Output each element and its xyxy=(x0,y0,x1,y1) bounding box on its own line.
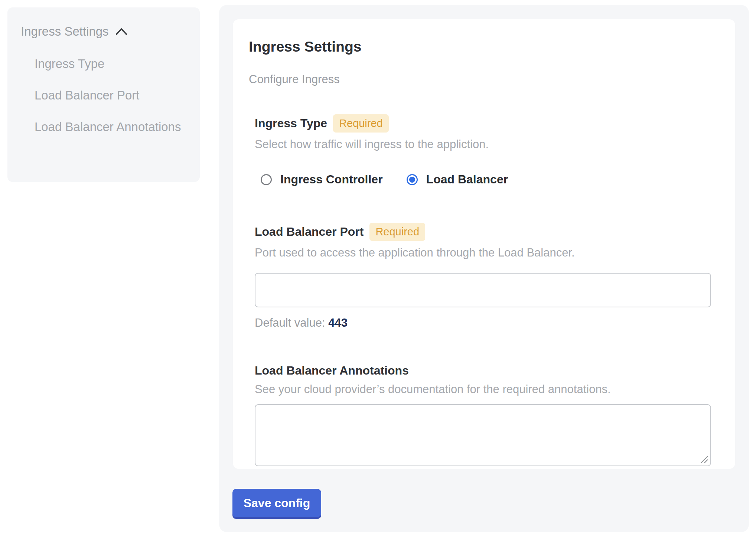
default-value-hint: Default value: 443 xyxy=(255,316,713,330)
section-load-balancer-port: Load Balancer Port Required Port used to… xyxy=(255,223,713,330)
radio-selected-icon[interactable] xyxy=(407,174,418,185)
sidebar-section-label: Ingress Settings xyxy=(21,24,109,39)
sidebar-section-ingress-settings[interactable]: Ingress Settings xyxy=(21,24,186,39)
annotations-textarea-wrap xyxy=(255,404,711,466)
required-badge: Required xyxy=(333,114,389,133)
section-description: Select how traffic will ingress to the a… xyxy=(255,138,713,151)
load-balancer-port-input[interactable] xyxy=(255,273,711,307)
radio-unselected-icon[interactable] xyxy=(261,174,272,185)
chevron-up-icon xyxy=(115,28,127,35)
required-badge: Required xyxy=(369,223,425,241)
ingress-settings-card: Ingress Settings Configure Ingress Ingre… xyxy=(233,19,735,469)
section-title: Ingress Type xyxy=(255,117,327,130)
section-ingress-type: Ingress Type Required Select how traffic… xyxy=(255,114,713,186)
section-load-balancer-annotations: Load Balancer Annotations See your cloud… xyxy=(255,364,713,466)
radio-label: Ingress Controller xyxy=(280,173,383,186)
sidebar-item-load-balancer-port[interactable]: Load Balancer Port xyxy=(35,86,186,105)
radio-load-balancer[interactable]: Load Balancer xyxy=(407,173,508,186)
section-load-balancer-annotations-header: Load Balancer Annotations xyxy=(255,364,713,378)
page-title: Ingress Settings xyxy=(249,39,713,55)
radio-label: Load Balancer xyxy=(426,173,508,186)
sidebar-item-load-balancer-annotations[interactable]: Load Balancer Annotations xyxy=(35,117,186,137)
ingress-settings-panel: Ingress Settings Configure Ingress Ingre… xyxy=(219,5,749,532)
section-ingress-type-header: Ingress Type Required xyxy=(255,114,713,133)
sidebar-item-list: Ingress Type Load Balancer Port Load Bal… xyxy=(35,54,186,137)
ingress-type-radio-group: Ingress Controller Load Balancer xyxy=(255,173,713,186)
resize-handle-icon[interactable] xyxy=(699,454,709,464)
section-load-balancer-port-header: Load Balancer Port Required xyxy=(255,223,713,241)
default-value-label: Default value: xyxy=(255,316,325,329)
default-value-number: 443 xyxy=(328,316,348,329)
section-title: Load Balancer Port xyxy=(255,225,364,239)
load-balancer-annotations-textarea[interactable] xyxy=(255,404,711,466)
page-subtitle: Configure Ingress xyxy=(249,73,713,86)
sidebar-item-ingress-type[interactable]: Ingress Type xyxy=(35,54,186,74)
section-title: Load Balancer Annotations xyxy=(255,364,409,378)
save-config-button[interactable]: Save config xyxy=(232,489,321,517)
radio-dot xyxy=(409,177,415,183)
radio-ingress-controller[interactable]: Ingress Controller xyxy=(261,173,383,186)
section-description: Port used to access the application thro… xyxy=(255,246,713,259)
settings-nav-sidebar: Ingress Settings Ingress Type Load Balan… xyxy=(7,7,200,182)
section-description: See your cloud provider’s documentation … xyxy=(255,383,713,396)
